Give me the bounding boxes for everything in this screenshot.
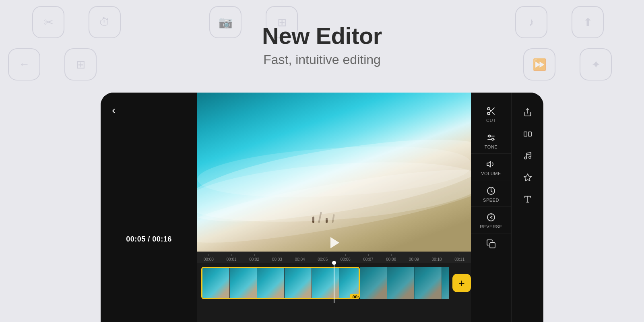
split-icon bbox=[523, 130, 532, 138]
mark-5: 00:05 bbox=[311, 257, 334, 262]
cut-label: CUT bbox=[486, 118, 496, 123]
clip-frame-1 bbox=[202, 268, 230, 299]
clip-frame-5 bbox=[312, 268, 339, 299]
add-clip-button[interactable]: + bbox=[452, 274, 471, 292]
volume-tool[interactable]: VOLUME bbox=[471, 154, 511, 180]
text-tool[interactable] bbox=[512, 188, 543, 209]
music-icon bbox=[523, 151, 532, 160]
shadow-1 bbox=[318, 212, 322, 223]
playhead bbox=[334, 263, 334, 303]
clip-frame-bg-2 bbox=[230, 268, 257, 299]
back-button[interactable]: ‹ bbox=[112, 104, 116, 117]
reverse-label: REVERSE bbox=[480, 224, 502, 229]
page-header: New Editor Fast, intuitive editing bbox=[0, 0, 644, 67]
clip-frame-bg-1 bbox=[202, 268, 229, 299]
left-panel: ‹ 00:05 / 00:16 bbox=[101, 93, 197, 322]
extra-frame-2 bbox=[387, 267, 415, 299]
tone-tool[interactable]: TONE bbox=[471, 127, 511, 154]
reverse-tool[interactable]: REVERSE bbox=[471, 207, 511, 233]
speed-label: SPEED bbox=[483, 198, 499, 202]
svg-point-8 bbox=[492, 138, 494, 140]
sliders-icon bbox=[486, 133, 496, 142]
scissors-icon bbox=[486, 106, 496, 116]
effects-tool[interactable] bbox=[512, 166, 543, 188]
person-1 bbox=[312, 217, 314, 223]
effects-icon bbox=[523, 173, 532, 182]
clip-frame-bg-4 bbox=[285, 268, 312, 299]
timeline-area: 00:00 00:01 00:02 00:03 00:04 00:05 00:0… bbox=[197, 252, 471, 322]
speaker-icon bbox=[486, 159, 496, 169]
share-icon bbox=[523, 108, 532, 117]
svg-line-19 bbox=[526, 154, 531, 155]
svg-line-4 bbox=[489, 109, 491, 111]
clip-frame-bg-5 bbox=[312, 268, 339, 299]
clips-strip: 00:06 + bbox=[197, 263, 471, 303]
text-icon bbox=[523, 195, 532, 204]
svg-line-3 bbox=[492, 112, 494, 114]
copy-tool[interactable] bbox=[471, 233, 511, 255]
clip-frame-4 bbox=[285, 268, 312, 299]
music-tool[interactable] bbox=[512, 144, 543, 166]
video-player: 00:00 00:01 00:02 00:03 00:04 00:05 00:0… bbox=[197, 93, 471, 322]
svg-rect-16 bbox=[528, 132, 531, 136]
extra-frame-3 bbox=[415, 267, 442, 299]
mark-10: 00:10 bbox=[425, 257, 448, 262]
clip-timestamp: 00:06 bbox=[350, 294, 360, 299]
svg-marker-20 bbox=[524, 174, 531, 181]
play-button[interactable] bbox=[325, 234, 343, 252]
right-toolbar-primary: CUT TONE VOLUME bbox=[471, 93, 511, 322]
mark-8: 00:08 bbox=[380, 257, 402, 262]
main-content: 00:00 00:01 00:02 00:03 00:04 00:05 00:0… bbox=[197, 93, 471, 322]
mark-4: 00:04 bbox=[289, 257, 312, 262]
beach-figures bbox=[312, 212, 334, 223]
svg-rect-13 bbox=[490, 243, 495, 248]
svg-point-17 bbox=[524, 157, 526, 159]
time-display: 00:05 / 00:16 bbox=[101, 235, 197, 244]
page-title: New Editor bbox=[0, 22, 644, 49]
svg-point-18 bbox=[528, 156, 531, 159]
cut-tool[interactable]: CUT bbox=[471, 101, 511, 127]
extra-clips bbox=[360, 267, 449, 299]
clip-frame-bg-3 bbox=[257, 268, 284, 299]
mark-1: 00:01 bbox=[220, 257, 243, 262]
speed-icon bbox=[486, 186, 496, 196]
split-tool[interactable] bbox=[512, 122, 543, 144]
volume-label: VOLUME bbox=[481, 171, 501, 176]
mark-2: 00:02 bbox=[243, 257, 266, 262]
reverse-icon bbox=[486, 213, 496, 222]
clip-frame-2 bbox=[230, 268, 257, 299]
svg-marker-9 bbox=[487, 161, 491, 167]
extra-frame-4 bbox=[442, 267, 449, 299]
page-subtitle: Fast, intuitive editing bbox=[0, 52, 644, 67]
extra-frame-1 bbox=[360, 267, 387, 299]
play-icon bbox=[330, 237, 339, 248]
person-2 bbox=[326, 218, 328, 223]
svg-point-6 bbox=[489, 135, 491, 137]
device-frame: ‹ 00:05 / 00:16 bbox=[101, 93, 543, 322]
clip-frame-3 bbox=[257, 268, 285, 299]
copy-icon bbox=[486, 239, 496, 249]
mark-0: 00:00 bbox=[197, 257, 220, 262]
clip-frame-6: 00:06 bbox=[339, 268, 360, 299]
mark-7: 00:07 bbox=[357, 257, 380, 262]
mark-11: 00:11 bbox=[448, 257, 471, 262]
video-frame bbox=[197, 93, 471, 252]
share-tool[interactable] bbox=[512, 101, 543, 122]
mark-3: 00:03 bbox=[266, 257, 289, 262]
tone-label: TONE bbox=[485, 144, 497, 149]
mark-9: 00:09 bbox=[402, 257, 425, 262]
speed-tool[interactable]: SPEED bbox=[471, 180, 511, 207]
right-toolbar-secondary bbox=[511, 93, 543, 322]
svg-rect-15 bbox=[524, 132, 526, 136]
selected-clip[interactable]: 00:06 bbox=[201, 267, 360, 299]
mark-6: 00:06 bbox=[334, 257, 357, 262]
